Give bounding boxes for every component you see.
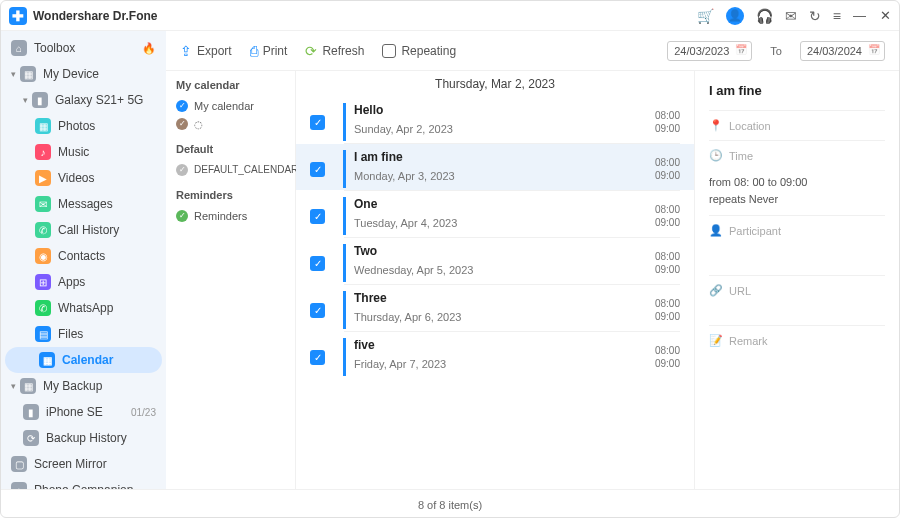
event-date: Sunday, Apr 2, 2023: [354, 123, 655, 135]
sidebar-item-messages[interactable]: ✉Messages: [1, 191, 166, 217]
check-icon: [176, 210, 188, 222]
iphone-badge: 01/23: [131, 407, 156, 418]
event-time: 08:0009:00: [655, 344, 680, 370]
toolbox-label: Toolbox: [34, 41, 75, 55]
event-checkbox[interactable]: ✓: [310, 209, 325, 224]
event-checkbox[interactable]: ✓: [310, 115, 325, 130]
caret-icon: ▾: [11, 69, 16, 79]
event-title: I am fine: [354, 150, 655, 164]
caret-icon: ▾: [23, 95, 28, 105]
caret-icon: ▾: [11, 381, 16, 391]
event-time: 08:0009:00: [655, 297, 680, 323]
event-body: Three Thursday, Apr 6, 2023: [343, 291, 655, 329]
time-icon: 🕒: [709, 149, 721, 162]
event-checkbox[interactable]: ✓: [310, 162, 325, 177]
sidebar-item-calendar[interactable]: ▦Calendar: [5, 347, 162, 373]
loading-icon: ◌: [194, 119, 203, 130]
mail-icon[interactable]: ✉: [785, 8, 797, 24]
event-body: Two Wednesday, Apr 5, 2023: [343, 244, 655, 282]
whatsapp-icon: ✆: [35, 300, 51, 316]
checkbox-icon: [382, 44, 396, 58]
flame-icon: 🔥: [142, 42, 156, 55]
event-checkbox[interactable]: ✓: [310, 256, 325, 271]
event-body: five Friday, Apr 7, 2023: [343, 338, 655, 376]
titlebar: ✚ Wondershare Dr.Fone 🛒 👤 🎧 ✉ ↻ ≡ — ✕: [1, 1, 899, 31]
export-icon: ⇪: [180, 43, 192, 59]
url-icon: 🔗: [709, 284, 721, 297]
remark-icon: 📝: [709, 334, 721, 347]
iphone-icon: ▮: [23, 404, 39, 420]
event-title: Three: [354, 291, 655, 305]
photos-icon: ▦: [35, 118, 51, 134]
date-from-input[interactable]: 24/03/2023: [667, 41, 752, 61]
sidebar-my-backup[interactable]: ▾ ▦ My Backup: [1, 373, 166, 399]
minimize-button[interactable]: —: [853, 8, 866, 23]
window-controls: — ✕: [853, 8, 891, 23]
sidebar-iphone[interactable]: ▮ iPhone SE 01/23: [1, 399, 166, 425]
participant-icon: 👤: [709, 224, 721, 237]
event-row[interactable]: ✓ Two Wednesday, Apr 5, 2023 08:0009:00: [296, 238, 694, 284]
event-time: 08:0009:00: [655, 109, 680, 135]
check-icon: [176, 118, 188, 130]
event-row[interactable]: ✓ I am fine Monday, Apr 3, 2023 08:0009:…: [296, 144, 694, 190]
sidebar-toolbox[interactable]: ⌂ Toolbox 🔥: [1, 35, 166, 61]
companion-icon: ▲: [11, 482, 27, 489]
calendar-item[interactable]: ◌: [176, 115, 285, 133]
sidebar-item-photos[interactable]: ▦Photos: [1, 113, 166, 139]
sidebar-phone-companion[interactable]: ▲Phone Companion: [1, 477, 166, 489]
sidebar-backup-history[interactable]: ⟳Backup History: [1, 425, 166, 451]
files-icon: ▤: [35, 326, 51, 342]
device-icon: ▦: [20, 66, 36, 82]
sidebar-item-apps[interactable]: ⊞Apps: [1, 269, 166, 295]
event-row[interactable]: ✓ five Friday, Apr 7, 2023 08:0009:00: [296, 332, 694, 378]
calendar-list: My calendar My calendar ◌ Default DEFAUL…: [166, 71, 296, 489]
titlebar-icons: 🛒 👤 🎧 ✉ ↻ ≡: [697, 7, 841, 25]
calendar-item[interactable]: My calendar: [176, 97, 285, 115]
sidebar-item-whatsapp[interactable]: ✆WhatsApp: [1, 295, 166, 321]
event-body: One Tuesday, Apr 4, 2023: [343, 197, 655, 235]
event-row[interactable]: ✓ Hello Sunday, Apr 2, 2023 08:0009:00: [296, 97, 694, 143]
sidebar-device[interactable]: ▾ ▮ Galaxy S21+ 5G: [1, 87, 166, 113]
event-body: I am fine Monday, Apr 3, 2023: [343, 150, 655, 188]
refresh-button[interactable]: ⟳Refresh: [305, 43, 364, 59]
event-checkbox[interactable]: ✓: [310, 303, 325, 318]
sidebar-my-device[interactable]: ▾ ▦ My Device: [1, 61, 166, 87]
event-row[interactable]: ✓ Three Thursday, Apr 6, 2023 08:0009:00: [296, 285, 694, 331]
app-logo: ✚: [9, 7, 27, 25]
sidebar-item-music[interactable]: ♪Music: [1, 139, 166, 165]
event-list[interactable]: Thursday, Mar 2, 2023 ✓ Hello Sunday, Ap…: [296, 71, 694, 489]
event-time: 08:0009:00: [655, 156, 680, 182]
user-icon[interactable]: 👤: [726, 7, 744, 25]
event-row[interactable]: ✓ One Tuesday, Apr 4, 2023 08:0009:00: [296, 191, 694, 237]
messages-icon: ✉: [35, 196, 51, 212]
phone-icon: ▮: [32, 92, 48, 108]
sidebar-screen-mirror[interactable]: ▢Screen Mirror: [1, 451, 166, 477]
history-icon[interactable]: ↻: [809, 8, 821, 24]
cart-icon[interactable]: 🛒: [697, 8, 714, 24]
detail-url-row: 🔗URL: [709, 275, 885, 305]
call-icon: ✆: [35, 222, 51, 238]
headset-icon[interactable]: 🎧: [756, 8, 773, 24]
detail-remark-row: 📝Remark: [709, 325, 885, 355]
event-checkbox[interactable]: ✓: [310, 350, 325, 365]
menu-icon[interactable]: ≡: [833, 8, 841, 24]
columns: My calendar My calendar ◌ Default DEFAUL…: [166, 71, 899, 489]
sidebar-item-files[interactable]: ▤Files: [1, 321, 166, 347]
my-device-label: My Device: [43, 67, 99, 81]
toolbar: ⇪Export ⎙Print ⟳Refresh Repeating 24/03/…: [166, 31, 899, 71]
print-button[interactable]: ⎙Print: [250, 43, 288, 59]
calendar-item[interactable]: DEFAULT_CALENDAR_NAME: [176, 161, 285, 179]
calendar-item[interactable]: Reminders: [176, 207, 285, 225]
export-button[interactable]: ⇪Export: [180, 43, 232, 59]
events-header-date: Thursday, Mar 2, 2023: [296, 71, 694, 97]
sidebar-item-videos[interactable]: ▶Videos: [1, 165, 166, 191]
close-button[interactable]: ✕: [880, 8, 891, 23]
sidebar: ⌂ Toolbox 🔥 ▾ ▦ My Device ▾ ▮ Galaxy S21…: [1, 31, 166, 489]
date-to-input[interactable]: 24/03/2024: [800, 41, 885, 61]
sidebar-item-contacts[interactable]: ◉Contacts: [1, 243, 166, 269]
sidebar-item-call-history[interactable]: ✆Call History: [1, 217, 166, 243]
event-title: Two: [354, 244, 655, 258]
repeating-toggle[interactable]: Repeating: [382, 44, 456, 58]
device-label: Galaxy S21+ 5G: [55, 93, 143, 107]
music-icon: ♪: [35, 144, 51, 160]
